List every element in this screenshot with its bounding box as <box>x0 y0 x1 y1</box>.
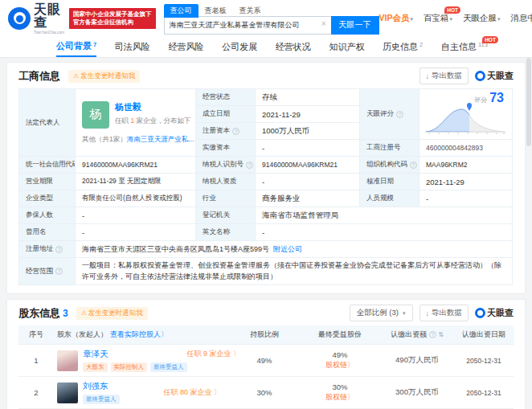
ratio-cell: 49% <box>227 352 301 369</box>
info-icon: ? <box>429 331 436 338</box>
shareholder-row: 1 章泽天 大股东 实际控制人 最终受益人 任职 9 家企业 〉 49% 49%… <box>18 345 514 377</box>
cert-line2: 官方备案企业征信机构 <box>73 18 152 27</box>
field-label-company-type: 企业类型 <box>19 190 76 207</box>
enterprise-service-link[interactable]: 天眼企服▾ <box>463 13 501 24</box>
search-tab-boss[interactable]: 查老板 <box>198 4 233 18</box>
tab-count: 7 <box>93 41 96 48</box>
field-label-established: 成立日期 <box>196 106 256 123</box>
field-label-reg-capital: 注册资本? <box>196 123 256 140</box>
tag-major-shareholder[interactable]: 大股东 <box>83 362 108 372</box>
chevron-down-icon: ▾ <box>411 16 414 22</box>
message-center-link[interactable]: 消息中心 <box>511 13 532 24</box>
field-value-insured: - <box>76 207 196 224</box>
tag-actual-controller[interactable]: 实际控制人 <box>111 362 148 372</box>
tab-self-info[interactable]: 自主信息113HOT <box>441 37 488 57</box>
label-text: 经营范围 <box>26 267 53 276</box>
tab-company-background[interactable]: 公司背景7 <box>56 37 96 57</box>
tab-operation-status[interactable]: 经营状况 <box>276 37 311 57</box>
field-value-established: 2021-11-29 <box>256 106 360 123</box>
legal-rep-other: 其他（共1家） <box>82 135 127 145</box>
field-label-paid-capital: 实缴资本 <box>196 140 256 157</box>
equity-chain-link[interactable]: 股权链〉 <box>325 392 354 403</box>
shareholder-avatar[interactable] <box>57 350 78 371</box>
shareholder-row: 2 刘强东 最终受益人 任职 80 家企业 〉 30% 30%股权链〉 300万… <box>18 377 514 409</box>
tab-company-development[interactable]: 公司发展 <box>222 37 257 57</box>
info-icon: ? <box>246 162 253 169</box>
tab-label: 历史信息 <box>383 41 418 53</box>
field-value-scope: 一般项目：私募股权投资基金管理、创业投资基金管理服务（须在中国证券投资基金业协会… <box>76 258 513 285</box>
shareholder-avatar[interactable] <box>57 382 78 403</box>
export-data-button[interactable]: ↓导出数据 <box>419 305 469 321</box>
search-tab-company[interactable]: 查公司 <box>164 4 198 18</box>
col-header-benefit: 最终受益股份 <box>301 325 379 344</box>
hot-badge: HOT <box>444 6 460 14</box>
legal-rep-company-link[interactable]: 海南三亚天涯产业私... <box>127 135 194 145</box>
field-value-authority: 海南省市场监督管理局 <box>256 207 513 224</box>
search-button[interactable]: 天眼一下 <box>331 16 379 35</box>
tianyancha-watermark-icon <box>475 308 485 318</box>
date-cell: 2050-12-31 <box>456 353 512 369</box>
legal-rep-name-link[interactable]: 杨世毅 <box>115 101 190 113</box>
shareholder-name-link[interactable]: 章泽天 <box>83 349 187 360</box>
nearby-companies-link[interactable]: 附近公司 <box>273 244 302 255</box>
tianyancha-logo-icon <box>8 7 31 30</box>
vip-member-link[interactable]: VIP会员▾ <box>379 13 413 24</box>
shareholders-table-header: 序号 股东（发起人）查看实际控股人〉 持股比例 最终受益股份 认缴出资额?⇅ 认… <box>18 325 514 345</box>
row-no: 1 <box>18 352 54 369</box>
sort-icon[interactable]: ⇅ <box>438 331 444 338</box>
search-input[interactable] <box>164 16 331 35</box>
tab-label: 公司背景 <box>56 40 92 52</box>
col-header-date: 认缴出资日期 <box>456 325 512 344</box>
field-value-industry: 商务服务业 <box>256 190 360 207</box>
clear-icon[interactable]: × <box>321 19 326 28</box>
tab-operation-risk[interactable]: 经营风险 <box>168 37 203 57</box>
header-text: 股东（发起人） <box>57 329 108 340</box>
label-text: 注册地址 <box>26 244 53 254</box>
tag-ultimate-beneficiary[interactable]: 最终受益人 <box>83 395 120 404</box>
benefit-value: 49% <box>332 350 347 359</box>
tianyancha-logo[interactable]: 天眼查 TianYanCha.com <box>8 3 64 35</box>
notice-label: 发生变更时通知我 <box>80 72 135 81</box>
toolbox-label: 百宝箱 <box>424 13 449 22</box>
field-label-industry: 行业 <box>196 190 256 207</box>
field-value-address: 海南省三亚市天涯区三亚中央商务区凤凰岛1号楼A座599号附近公司 <box>76 241 513 258</box>
field-label-reg-no: 工商注册号 <box>360 140 419 157</box>
tab-intellectual-property[interactable]: 知识产权 <box>329 37 364 57</box>
logo-domain: TianYanCha.com <box>34 31 64 35</box>
search-tab-relation[interactable]: 查关系 <box>233 4 268 18</box>
tab-judicial-risk[interactable]: 司法风险 <box>115 37 150 57</box>
export-data-button[interactable]: ↓导出数据 <box>419 67 469 84</box>
info-icon: ? <box>232 128 239 135</box>
business-info-card: 工商信息 ⚠发生变更时通知我 ↓导出数据 天眼查 法定代表人 杨 杨世毅 任职 … <box>6 62 526 294</box>
equity-chain-link[interactable]: 股权链〉 <box>325 360 354 370</box>
tag-ultimate-beneficiary[interactable]: 最终受益人 <box>150 362 187 372</box>
business-info-title: 工商信息 <box>18 69 60 84</box>
field-label-legal-rep: 法定代表人 <box>19 89 76 157</box>
ratio-filter-dropdown[interactable]: 全部比例 (3)▾ <box>350 305 413 321</box>
field-value-staff: - <box>419 190 513 207</box>
toolbox-link[interactable]: HOT百宝箱▾ <box>424 13 452 24</box>
tyc-score-chart[interactable]: 评分 73 <box>419 89 513 140</box>
field-value-paid-capital: - <box>256 140 360 157</box>
amount-cell: 490万人民币 <box>379 351 456 370</box>
label-text: 统一社会信用代码 <box>26 160 76 170</box>
field-label-term: 营业期限 <box>19 174 76 190</box>
field-value-credit-code: 91460000MAA96KRM21 <box>76 157 196 174</box>
change-notify-button[interactable]: ⚠发生变更时通知我 <box>68 70 140 83</box>
legal-rep-avatar[interactable]: 杨 <box>82 101 109 129</box>
shareholder-cell: 刘强东 最终受益人 任职 80 家企业 〉 <box>54 377 227 408</box>
view-controller-link[interactable]: 查看实际控股人〉 <box>110 329 168 340</box>
change-notify-button[interactable]: ⚠发生变更时通知我 <box>76 307 148 320</box>
top-header: 天眼查 TianYanCha.com 国家中小企业发展子基金旗下 官方备案企业征… <box>0 0 532 37</box>
tab-history-info[interactable]: 历史信息2 <box>383 37 423 57</box>
ratio-cell: 30% <box>227 384 301 401</box>
scrollbar-thumb[interactable] <box>526 58 531 146</box>
jobs-count-link[interactable]: 任职 80 家企业 〉 <box>163 387 224 398</box>
field-label-staff: 人员规模 <box>360 190 419 207</box>
shareholder-name-link[interactable]: 刘强东 <box>83 381 120 392</box>
field-value-company-type: 有限责任公司(自然人投资或控股) <box>76 190 196 207</box>
col-header-no: 序号 <box>18 325 54 344</box>
shareholders-count: 3 <box>63 308 68 319</box>
amount-cell: 300万人民币 <box>379 383 456 402</box>
field-value-former-name: - <box>76 224 196 241</box>
